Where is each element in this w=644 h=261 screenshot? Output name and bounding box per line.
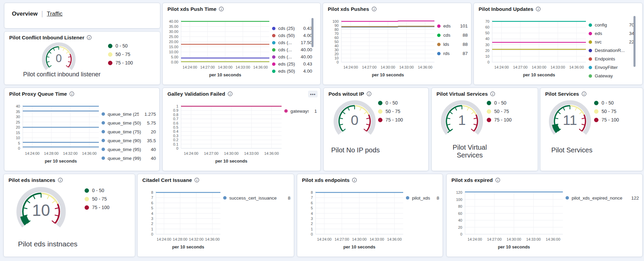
svg-text:14:33:00: 14:33:00 <box>551 65 565 69</box>
gauge-legend-item[interactable]: 0 - 50 <box>378 100 403 106</box>
legend-item[interactable]: queue_time (95)40 <box>102 145 156 154</box>
gauge-legend-item[interactable]: 0 - 50 <box>487 100 512 106</box>
legend-item[interactable]: DestinationR... <box>589 46 634 55</box>
legend-label: queue_time (25) <box>108 112 139 117</box>
info-icon[interactable]: i <box>69 91 74 96</box>
gauge-legend-item[interactable]: 75 - 100 <box>85 205 109 210</box>
svg-text:14:30:00: 14:30:00 <box>224 151 239 155</box>
panel-header: Pilot Proxy Queue Time i <box>4 88 159 97</box>
legend-item[interactable]: queue_time (50)5.75 <box>102 118 156 127</box>
info-icon[interactable]: i <box>582 91 587 96</box>
legend-item[interactable]: svc22 <box>589 38 634 46</box>
info-icon[interactable]: i <box>194 178 199 183</box>
legend-dot <box>272 48 275 52</box>
line-chart[interactable]: 02040608010012014:24:0014:27:0014:30:001… <box>449 184 640 254</box>
line-chart[interactable]: 010203040506070809010014:24:0014:27:0014… <box>326 13 468 82</box>
legend-item[interactable]: queue_time (90)35.5 <box>102 136 156 145</box>
gauge-legend-item[interactable]: 0 - 50 <box>85 188 109 193</box>
legend-item[interactable]: eds (50)4.00 <box>272 68 312 75</box>
legend-label: eds <box>443 23 451 29</box>
legend-item[interactable]: queue_time (99)40 <box>102 154 156 163</box>
info-icon[interactable]: i <box>219 6 224 12</box>
svg-text:4: 4 <box>311 211 313 216</box>
legend-label: 50 - 75 <box>386 109 400 114</box>
legend-item[interactable]: EnvoyFilter <box>589 63 634 72</box>
panel-galley-validation-failed: Galley Validation Failed i ••• 00.10.20.… <box>162 88 321 171</box>
info-icon[interactable]: i <box>490 91 495 96</box>
legend-item[interactable]: eds34 <box>589 29 634 38</box>
legend-scrollbar[interactable] <box>311 18 314 47</box>
legend-item[interactable]: queue_time (75)20 <box>102 127 156 136</box>
legend-item[interactable]: success_cert_issuance8 <box>223 194 290 202</box>
legend-value: 1.275 <box>142 112 156 117</box>
nav-traffic-link[interactable]: Traffic <box>47 11 62 17</box>
gauge-canvas: 11 <box>544 97 595 135</box>
legend-label: Gateway <box>595 73 613 78</box>
gauge-legend-item[interactable]: 0 - 50 <box>594 100 619 106</box>
legend-item[interactable]: Gateway <box>589 72 634 80</box>
svg-text:14:33:00: 14:33:00 <box>370 237 384 241</box>
info-icon[interactable]: i <box>366 91 372 96</box>
info-icon[interactable]: i <box>352 178 357 183</box>
gauge-legend-item[interactable]: 75 - 100 <box>378 117 403 123</box>
gauge-legend-item[interactable]: 75 - 100 <box>487 117 512 123</box>
gauge-legend-item[interactable]: 75 - 100 <box>594 117 619 123</box>
svg-text:14:32:00: 14:32:00 <box>189 237 203 241</box>
line-chart[interactable]: 051015202530354014:24:0014:28:0014:32:00… <box>7 97 157 168</box>
panel-title: Pods witout IP <box>328 91 364 97</box>
panel-title: Galley Validation Failed <box>167 91 225 97</box>
gauge-legend-item[interactable]: 0 - 50 <box>108 43 133 49</box>
legend-item[interactable]: config70 <box>589 21 634 29</box>
legend-item[interactable]: cds88 <box>437 31 468 40</box>
panel-header: Pilot xds Pushes i <box>323 3 471 12</box>
legend-item[interactable]: pilot_xds_expired_nonce122 <box>566 194 639 202</box>
panel-options-button[interactable]: ••• <box>308 91 318 97</box>
legend-item[interactable]: eds101 <box>437 21 468 31</box>
svg-text:120: 120 <box>456 190 462 194</box>
svg-text:20: 20 <box>458 225 462 229</box>
gauge-legend-item[interactable]: 50 - 75 <box>108 52 133 57</box>
info-icon[interactable]: i <box>87 35 92 40</box>
legend-item[interactable]: pilot_xds8 <box>406 194 439 202</box>
gauge-legend-item[interactable]: 50 - 75 <box>594 109 619 114</box>
line-chart[interactable]: 01234567814:24:0014:28:0014:32:0014:36:0… <box>140 184 291 254</box>
info-icon[interactable]: i <box>58 178 63 183</box>
legend-item[interactable]: cds (25)0.43 <box>272 25 312 32</box>
legend-item[interactable]: Endpoints <box>589 55 634 63</box>
legend-item[interactable]: cds (50)4.00 <box>272 32 312 39</box>
legend-scrollbar[interactable] <box>633 16 636 67</box>
legend-item[interactable]: cds (...17.50 <box>272 39 312 46</box>
line-chart[interactable]: 01020304050607014:24:0014:27:0014:30:001… <box>477 13 640 82</box>
info-icon[interactable]: i <box>372 6 377 12</box>
svg-text:i: i <box>538 7 539 11</box>
gauge-label: Pilot Services <box>551 146 592 154</box>
gauge-legend-item[interactable]: 50 - 75 <box>378 109 403 114</box>
info-icon[interactable]: i <box>495 178 500 183</box>
legend-item[interactable]: eds (25)0.43 <box>272 60 312 68</box>
gauge-value: 10 <box>32 201 50 219</box>
legend-dot <box>487 118 491 122</box>
line-chart[interactable]: 01234567814:24:0014:27:0014:30:0014:33:0… <box>300 184 440 254</box>
gauge-legend-item[interactable]: 75 - 100 <box>108 60 133 66</box>
gauge-legend-item[interactable]: 50 - 75 <box>85 196 109 202</box>
legend-item[interactable]: cds (...40.00 <box>272 53 312 60</box>
line-chart[interactable]: 00.10.20.30.40.50.60.70.80.9114:24:0014:… <box>165 97 318 168</box>
svg-text:10.00: 10.00 <box>169 50 178 54</box>
panel-pilot-proxy-queue-time: Pilot Proxy Queue Time i 051015202530354… <box>4 88 160 171</box>
legend-item[interactable]: lds88 <box>437 40 468 49</box>
legend-item[interactable]: rds87 <box>437 49 468 58</box>
panel-header: Pilot xds endpoints i <box>297 174 443 183</box>
info-icon[interactable]: i <box>228 91 233 96</box>
legend-item[interactable]: queue_time (25)1.275 <box>102 110 156 118</box>
svg-text:i: i <box>497 179 498 182</box>
legend-item[interactable]: gateways1 <box>284 107 317 115</box>
legend-item[interactable]: cds (...40.00 <box>272 46 312 53</box>
info-icon[interactable]: i <box>536 6 541 12</box>
info-icon-glyph: i <box>219 6 224 12</box>
legend-dot <box>378 109 382 114</box>
line-chart[interactable]: 0.005.0010.0015.0020.0025.0030.0035.0040… <box>165 13 318 82</box>
legend-dot <box>102 112 105 116</box>
legend-dot <box>437 34 441 37</box>
svg-text:20.00: 20.00 <box>169 40 178 44</box>
gauge-legend-item[interactable]: 50 - 75 <box>487 109 512 114</box>
